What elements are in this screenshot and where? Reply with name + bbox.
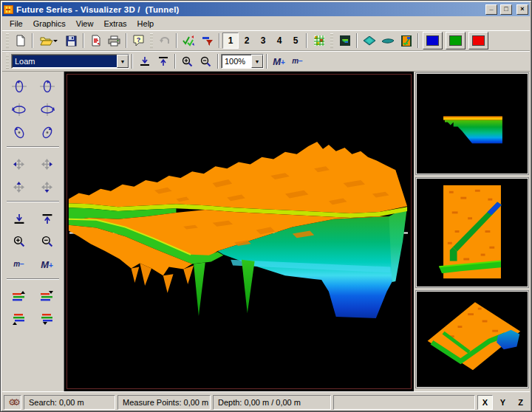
new-file-button[interactable] bbox=[11, 32, 30, 49]
material-combobox[interactable]: Loam ▼ bbox=[11, 54, 129, 69]
page-2-button[interactable]: 2 bbox=[239, 32, 255, 49]
layer-bottom-down-button[interactable] bbox=[35, 310, 59, 328]
status-measure-points: Measure Points: 0,00 m bbox=[117, 395, 211, 410]
axis-x-button[interactable]: X bbox=[477, 395, 493, 410]
sidebar-measure-add-button[interactable]: M+ bbox=[35, 255, 59, 273]
pan-left-icon bbox=[12, 157, 26, 171]
dropdown-arrow-icon[interactable]: ▼ bbox=[117, 55, 129, 68]
depth-up-button[interactable] bbox=[154, 52, 172, 70]
gears-icon: ⚙⚙ bbox=[8, 397, 17, 408]
menu-item-graphics[interactable]: Graphics bbox=[28, 18, 71, 30]
minimize-button[interactable]: _ bbox=[485, 4, 497, 15]
help-button[interactable]: ? bbox=[129, 32, 148, 49]
measure-remove-button[interactable]: m− bbox=[288, 52, 307, 70]
toolbar-separator bbox=[32, 33, 33, 48]
page-5-button[interactable]: 5 bbox=[287, 32, 304, 49]
rotate-right-button[interactable] bbox=[35, 100, 59, 118]
iso-view-render bbox=[417, 292, 527, 386]
swatch-red-button[interactable] bbox=[468, 32, 488, 49]
pan-down-button[interactable] bbox=[35, 178, 59, 196]
sidebar-depth-down-button[interactable] bbox=[7, 210, 31, 227]
window-titlebar[interactable]: Future Series - Visualizer 3D / (Tunnel)… bbox=[2, 2, 530, 16]
surface-side-icon bbox=[381, 38, 395, 44]
depth-down-button[interactable] bbox=[135, 52, 154, 70]
svg-text:?: ? bbox=[137, 36, 141, 44]
report-button[interactable] bbox=[86, 32, 105, 49]
open-file-button[interactable] bbox=[35, 32, 62, 49]
main-3d-view[interactable] bbox=[64, 72, 414, 391]
roll-cw-button[interactable] bbox=[35, 123, 59, 141]
toolbar-separator bbox=[126, 33, 127, 48]
zoom-in-icon bbox=[182, 56, 193, 67]
menu-item-help[interactable]: Help bbox=[132, 18, 160, 30]
sidebar-separator bbox=[7, 278, 59, 280]
layer-up-button[interactable] bbox=[7, 287, 31, 305]
roll-ccw-button[interactable] bbox=[7, 123, 31, 141]
filter-button[interactable] bbox=[198, 32, 216, 49]
status-depth: Depth: 0,00 m / 0,00 m bbox=[213, 395, 331, 410]
view-top-button[interactable] bbox=[397, 32, 415, 49]
view-side-button[interactable] bbox=[378, 32, 397, 49]
zoom-out-button[interactable] bbox=[197, 52, 215, 70]
page-3-button[interactable]: 3 bbox=[255, 32, 271, 49]
view-toolbar: Loam ▼ bbox=[2, 51, 530, 72]
top-view-render bbox=[417, 179, 527, 286]
close-button[interactable]: × bbox=[516, 4, 528, 15]
rotate-down-button[interactable] bbox=[35, 78, 59, 95]
view-3d-button[interactable] bbox=[360, 32, 378, 49]
pan-right-button[interactable] bbox=[35, 155, 59, 173]
app-icon bbox=[4, 4, 14, 15]
sidebar-zoom-in-button[interactable] bbox=[7, 233, 31, 250]
toolbar-gripper[interactable] bbox=[6, 54, 9, 69]
save-button[interactable] bbox=[62, 32, 81, 49]
window-title: Future Series - Visualizer 3D / (Tunnel) bbox=[16, 5, 482, 14]
layer-bottom-up-button[interactable] bbox=[7, 310, 31, 328]
sidebar-measure-remove-button[interactable]: m− bbox=[7, 255, 31, 273]
menu-item-file[interactable]: File bbox=[4, 18, 28, 30]
dropdown-arrow-icon[interactable]: ▼ bbox=[251, 55, 263, 68]
rotate-up-button[interactable] bbox=[7, 78, 31, 95]
toolbar-gripper[interactable] bbox=[330, 33, 333, 48]
swatch-green-button[interactable] bbox=[446, 32, 466, 49]
page-4-button[interactable]: 4 bbox=[271, 32, 287, 49]
profile-view-button[interactable] bbox=[335, 32, 354, 49]
swatch-blue-button[interactable] bbox=[423, 32, 443, 49]
layers-up-icon bbox=[12, 290, 26, 303]
axis-y-button[interactable]: Y bbox=[495, 395, 511, 410]
maximize-button[interactable]: □ bbox=[500, 4, 512, 15]
profile-view-panel[interactable] bbox=[415, 72, 529, 175]
top-view-panel[interactable] bbox=[415, 177, 529, 288]
sidebar-zoom-out-button[interactable] bbox=[35, 233, 59, 250]
toolbar-gripper[interactable] bbox=[150, 33, 153, 48]
menu-item-view[interactable]: View bbox=[71, 18, 99, 30]
plane-3d-icon bbox=[363, 36, 376, 46]
interpolation-button[interactable] bbox=[180, 32, 198, 49]
menu-item-extras[interactable]: Extras bbox=[98, 18, 132, 30]
printer-icon bbox=[108, 35, 120, 47]
sidebar-depth-up-button[interactable] bbox=[35, 210, 59, 227]
rotate-down-icon bbox=[40, 80, 55, 94]
grid-button[interactable] bbox=[310, 32, 328, 49]
print-button[interactable] bbox=[105, 32, 123, 49]
pan-down-icon bbox=[40, 180, 54, 194]
axis-z-button[interactable]: Z bbox=[513, 395, 528, 410]
open-folder-icon bbox=[40, 35, 53, 46]
terrain-3d-render bbox=[67, 75, 410, 388]
toolbar-separator bbox=[219, 33, 220, 48]
layer-down-button[interactable] bbox=[35, 287, 59, 305]
sidebar-separator bbox=[7, 201, 59, 202]
green-check-icon bbox=[183, 35, 195, 47]
roll-ccw-icon bbox=[12, 126, 27, 140]
page-1-button[interactable]: 1 bbox=[222, 32, 239, 49]
floppy-disk-icon bbox=[66, 35, 77, 47]
undo-button[interactable] bbox=[155, 32, 174, 49]
zoom-in-button[interactable] bbox=[178, 52, 197, 70]
zoom-level-combobox[interactable]: 100% ▼ bbox=[221, 54, 264, 69]
measure-add-button[interactable]: M+ bbox=[270, 52, 288, 70]
profile-view-render bbox=[417, 75, 527, 173]
toolbar-gripper[interactable] bbox=[6, 33, 9, 48]
rotate-left-button[interactable] bbox=[7, 100, 31, 118]
pan-left-button[interactable] bbox=[7, 155, 31, 173]
pan-up-button[interactable] bbox=[7, 178, 31, 196]
iso-view-panel[interactable] bbox=[415, 290, 529, 388]
